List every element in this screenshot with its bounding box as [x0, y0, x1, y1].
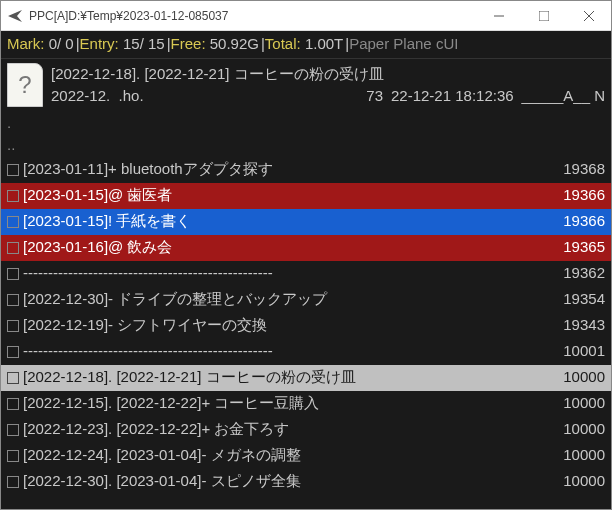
close-button[interactable]	[566, 1, 611, 30]
item-name: [2022-12-30]. [2023-01-04]- スピノザ全集	[23, 470, 541, 493]
checkbox[interactable]	[7, 450, 19, 462]
window-controls	[476, 1, 611, 30]
file-list: [2023-01-11]+ bluetoothアダプタ探す19368[2023-…	[1, 157, 611, 495]
list-item[interactable]: [2022-12-19]- シフトワイヤーの交換19343	[1, 313, 611, 339]
item-name: [2023-01-16]@ 飲み会	[23, 236, 541, 259]
file-header-name: 2022-12. .ho.	[51, 85, 144, 108]
item-size: 10000	[545, 444, 605, 467]
file-header-size: 73	[152, 85, 383, 108]
list-item[interactable]: ----------------------------------------…	[1, 339, 611, 365]
item-name: [2022-12-30]- ドライブの整理とバックアップ	[23, 288, 541, 311]
total-value: 1.00T	[301, 35, 344, 52]
item-name: [2022-12-15]. [2022-12-22]+ コーヒー豆購入	[23, 392, 541, 415]
checkbox[interactable]	[7, 242, 19, 254]
list-item[interactable]: [2023-01-11]+ bluetoothアダプタ探す19368	[1, 157, 611, 183]
content-area: Mark: 0/ 0 | Entry: 15/ 15 | Free: 50.92…	[1, 31, 611, 509]
checkbox[interactable]	[7, 164, 19, 176]
entry-value: 15/ 15	[119, 35, 165, 52]
item-name: [2022-12-19]- シフトワイヤーの交換	[23, 314, 541, 337]
app-icon	[7, 8, 23, 24]
checkbox[interactable]	[7, 320, 19, 332]
checkbox[interactable]	[7, 216, 19, 228]
file-header-attrs: _____A__ N	[522, 85, 605, 108]
file-header-datetime: 22-12-21 18:12:36	[391, 85, 514, 108]
list-item[interactable]: [2022-12-23]. [2022-12-22]+ お金下ろす10000	[1, 417, 611, 443]
total-label: Total:	[265, 35, 301, 52]
dir-nav: . ..	[1, 112, 611, 157]
item-size: 19368	[545, 158, 605, 181]
dir-current[interactable]: .	[7, 112, 605, 135]
item-size: 19366	[545, 210, 605, 233]
item-name: ----------------------------------------…	[23, 262, 541, 285]
item-name: [2023-01-15]! 手紙を書く	[23, 210, 541, 233]
status-bar: Mark: 0/ 0 | Entry: 15/ 15 | Free: 50.92…	[1, 31, 611, 59]
item-size: 19343	[545, 314, 605, 337]
checkbox[interactable]	[7, 424, 19, 436]
list-item[interactable]: [2022-12-24]. [2023-01-04]- メガネの調整10000	[1, 443, 611, 469]
item-name: [2023-01-11]+ bluetoothアダプタ探す	[23, 158, 541, 181]
file-type-icon: ?	[7, 63, 43, 107]
item-name: [2022-12-18]. [2022-12-21] コーヒーの粉の受け皿	[23, 366, 541, 389]
item-size: 19366	[545, 184, 605, 207]
entry-label: Entry:	[80, 35, 119, 52]
checkbox[interactable]	[7, 346, 19, 358]
checkbox[interactable]	[7, 476, 19, 488]
item-size: 19354	[545, 288, 605, 311]
list-item[interactable]: ----------------------------------------…	[1, 261, 611, 287]
minimize-button[interactable]	[476, 1, 521, 30]
maximize-button[interactable]	[521, 1, 566, 30]
list-item[interactable]: [2023-01-16]@ 飲み会19365	[1, 235, 611, 261]
checkbox[interactable]	[7, 398, 19, 410]
app-name: Paper Plane cUI	[349, 33, 458, 56]
mark-label: Mark:	[7, 35, 45, 52]
list-item[interactable]: [2022-12-30]- ドライブの整理とバックアップ19354	[1, 287, 611, 313]
checkbox[interactable]	[7, 372, 19, 384]
titlebar[interactable]: PPC[A]D:¥Temp¥2023-01-12-085037	[1, 1, 611, 31]
list-item[interactable]: [2023-01-15]@ 歯医者19366	[1, 183, 611, 209]
item-name: [2022-12-24]. [2023-01-04]- メガネの調整	[23, 444, 541, 467]
free-value: 50.92G	[206, 35, 259, 52]
item-size: 10000	[545, 470, 605, 493]
item-size: 10000	[545, 392, 605, 415]
item-name: [2023-01-15]@ 歯医者	[23, 184, 541, 207]
file-header-title: [2022-12-18]. [2022-12-21] コーヒーの粉の受け皿	[51, 63, 605, 86]
mark-value: 0/ 0	[45, 35, 74, 52]
item-size: 10000	[545, 418, 605, 441]
svg-rect-0	[539, 11, 549, 21]
item-size: 10001	[545, 340, 605, 363]
dir-parent[interactable]: ..	[7, 134, 605, 157]
list-item[interactable]: [2023-01-15]! 手紙を書く19366	[1, 209, 611, 235]
item-size: 19365	[545, 236, 605, 259]
file-header: ? [2022-12-18]. [2022-12-21] コーヒーの粉の受け皿 …	[1, 59, 611, 112]
file-header-info: [2022-12-18]. [2022-12-21] コーヒーの粉の受け皿 20…	[51, 63, 605, 108]
checkbox[interactable]	[7, 294, 19, 306]
free-label: Free:	[171, 35, 206, 52]
checkbox[interactable]	[7, 268, 19, 280]
item-size: 19362	[545, 262, 605, 285]
list-item[interactable]: [2022-12-15]. [2022-12-22]+ コーヒー豆購入10000	[1, 391, 611, 417]
app-window: PPC[A]D:¥Temp¥2023-01-12-085037 Mark: 0/…	[0, 0, 612, 510]
item-size: 10000	[545, 366, 605, 389]
window-title: PPC[A]D:¥Temp¥2023-01-12-085037	[29, 9, 476, 23]
item-name: [2022-12-23]. [2022-12-22]+ お金下ろす	[23, 418, 541, 441]
checkbox[interactable]	[7, 190, 19, 202]
list-item[interactable]: [2022-12-18]. [2022-12-21] コーヒーの粉の受け皿100…	[1, 365, 611, 391]
item-name: ----------------------------------------…	[23, 340, 541, 363]
list-item[interactable]: [2022-12-30]. [2023-01-04]- スピノザ全集10000	[1, 469, 611, 495]
